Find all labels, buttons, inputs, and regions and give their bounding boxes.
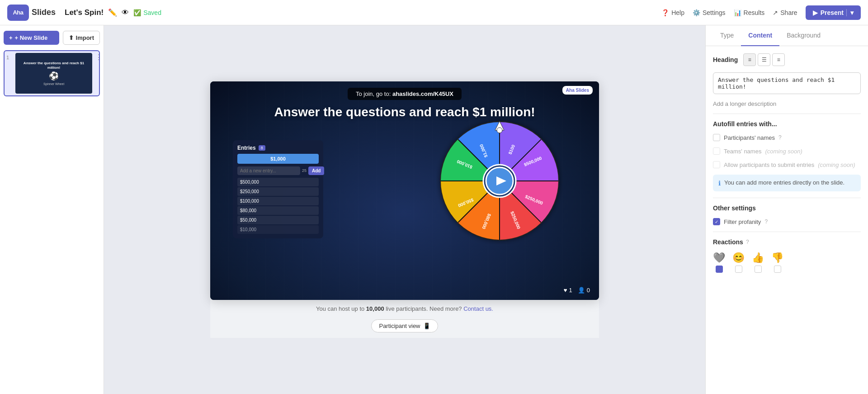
reactions-title: Reactions [713, 238, 743, 246]
results-link[interactable]: 📊 Results [734, 9, 765, 16]
thumbs-down-emoji: 👎 [771, 252, 783, 264]
likes-stat: ♥ 1 [564, 287, 572, 294]
mobile-icon: 📱 [423, 323, 430, 329]
logo: Aha Slides [7, 5, 56, 21]
contact-link[interactable]: Contact us. [463, 305, 493, 312]
tab-content[interactable]: Content [741, 25, 779, 46]
participants-names-help-icon[interactable]: ? [778, 134, 782, 141]
join-url: ahaslides.com/K45UX [392, 90, 453, 97]
divider-3 [713, 232, 861, 232]
sidebar: + + New Slide ⬆ Import 1 Answer the ques… [0, 25, 104, 394]
align-right-button[interactable]: ≡ [772, 53, 785, 66]
reaction-thumbs-down: 👎 [771, 252, 783, 273]
thumbsdown-reaction-checkbox[interactable] [774, 266, 781, 273]
share-link[interactable]: ↗ Share [773, 9, 797, 16]
viewers-icon: 👤 [578, 287, 585, 294]
import-button[interactable]: ⬆ Import [63, 31, 100, 45]
slide-preview: To join, go to: ahaslides.com/K45UX Aha … [210, 81, 599, 300]
preview-icon[interactable]: 👁 [122, 9, 129, 17]
allow-submit-label: Allow participants to submit entries [724, 161, 814, 168]
align-left-button[interactable]: ≡ [743, 53, 756, 66]
logo-text: Slides [32, 8, 56, 17]
list-item: $10,000 [237, 225, 319, 234]
share-label: Share [780, 9, 797, 16]
alignment-buttons: ≡ ☰ ≡ [743, 53, 785, 66]
participants-names-row: Participants' names ? [713, 134, 861, 141]
svg-point-21 [497, 128, 502, 133]
join-bar: To join, go to: ahaslides.com/K45UX [348, 88, 462, 100]
sidebar-actions: + + New Slide ⬆ Import [4, 31, 100, 45]
aha-badge: Aha Slides [562, 86, 593, 95]
title-area: Let's Spin! ✏️ 👁 ✅ Saved [65, 8, 661, 17]
smile-reaction-checkbox[interactable] [735, 266, 742, 273]
edit-icon[interactable]: ✏️ [108, 8, 117, 17]
participants-names-checkbox[interactable] [713, 134, 720, 141]
info-box: ℹ You can add more entries directly on t… [713, 175, 861, 191]
spinner-wheel: $100 $500,000 $250,000 $250,000 $80,000 … [436, 118, 563, 246]
filter-profanity-checkbox[interactable] [713, 218, 720, 225]
align-center-button[interactable]: ☰ [758, 53, 770, 66]
list-item: $250,000 [237, 187, 319, 196]
slide-options-icon[interactable]: ⋮ [95, 53, 102, 62]
thumbs-up-emoji: 👍 [752, 252, 764, 264]
settings-label: Settings [703, 9, 726, 16]
reaction-smile: 😊 [732, 252, 745, 273]
likes-count: 1 [569, 287, 572, 294]
saved-badge: ✅ Saved [133, 9, 161, 16]
slide-thumb-label: Spinner Wheel [43, 82, 64, 85]
filter-profanity-help-icon[interactable]: ? [764, 218, 768, 225]
participants-names-label: Participants' names [724, 134, 775, 141]
new-slide-button[interactable]: + + New Slide [4, 31, 59, 45]
slide-thumb-title: Answer the questions and reach $1 millio… [18, 61, 90, 70]
gear-icon: ⚙️ [693, 9, 700, 16]
help-label: Help [671, 9, 684, 16]
host-text: You can host up to [316, 305, 364, 312]
participant-view-btn-wrapper: Participant view 📱 [219, 316, 590, 332]
entry-input-row: 25 Add [237, 166, 319, 175]
top-navigation: Aha Slides Let's Spin! ✏️ 👁 ✅ Saved ❓ He… [0, 0, 868, 25]
thumbsup-reaction-checkbox[interactable] [755, 266, 762, 273]
bottom-bar: You can host up to 10,000 live participa… [210, 300, 599, 338]
participant-view-button[interactable]: Participant view 📱 [371, 319, 438, 332]
heading-input[interactable]: Answer the questions and reach $1 millio… [713, 72, 861, 94]
host-text2: live participants. Need more? [386, 305, 462, 312]
entries-title: Entries [237, 145, 256, 151]
slide-item-1[interactable]: 1 Answer the questions and reach $1 mill… [4, 50, 100, 96]
results-label: Results [744, 9, 765, 16]
add-description-link[interactable]: Add a longer description [713, 100, 861, 107]
entry-input[interactable] [237, 166, 300, 175]
filter-profanity-row: Filter profanity ? [713, 218, 861, 225]
reactions-help-icon[interactable]: ? [746, 239, 749, 245]
add-entry-button[interactable]: Add [308, 166, 324, 175]
allow-submit-checkbox[interactable] [713, 161, 720, 168]
logo-box: Aha [7, 5, 29, 21]
present-label: Present [821, 9, 844, 16]
present-dropdown-arrow[interactable]: ▾ [846, 9, 854, 16]
info-icon: ℹ [718, 180, 721, 187]
filter-profanity-label: Filter profanity [724, 218, 761, 225]
participant-count: 10,000 [366, 305, 384, 312]
other-settings-title: Other settings [713, 204, 861, 212]
nav-actions: ❓ Help ⚙️ Settings 📊 Results ↗ Share ▶ P… [661, 5, 861, 20]
selected-entry-bar: $1,000 [237, 154, 319, 164]
slide-number: 1 [6, 53, 13, 60]
list-item: $80,000 [237, 206, 319, 215]
slide-thumb-content: Answer the questions and reach $1 millio… [15, 53, 92, 94]
tab-background[interactable]: Background [779, 25, 828, 46]
import-icon: ⬆ [69, 34, 74, 41]
list-item: $100,000 [237, 197, 319, 205]
entry-list: $500,000 $250,000 $100,000 $80,000 $50,0… [237, 178, 319, 234]
teams-names-checkbox[interactable] [713, 147, 720, 155]
wheel-svg: $100 $500,000 $250,000 $250,000 $80,000 … [436, 118, 563, 244]
help-link[interactable]: ❓ Help [661, 9, 684, 16]
entries-count-badge: 8 [259, 145, 265, 151]
entry-char-count: 25 [302, 168, 307, 173]
present-button[interactable]: ▶ Present ▾ [806, 5, 861, 20]
teams-coming-soon-label: (coming soon) [765, 148, 802, 155]
heart-reaction-checkbox[interactable] [716, 266, 723, 273]
panel-body: Heading ≡ ☰ ≡ Answer the questions and r… [706, 46, 868, 280]
tab-type[interactable]: Type [713, 25, 741, 46]
settings-link[interactable]: ⚙️ Settings [693, 9, 726, 16]
new-slide-label: + New Slide [15, 34, 48, 41]
saved-label: Saved [143, 9, 161, 16]
